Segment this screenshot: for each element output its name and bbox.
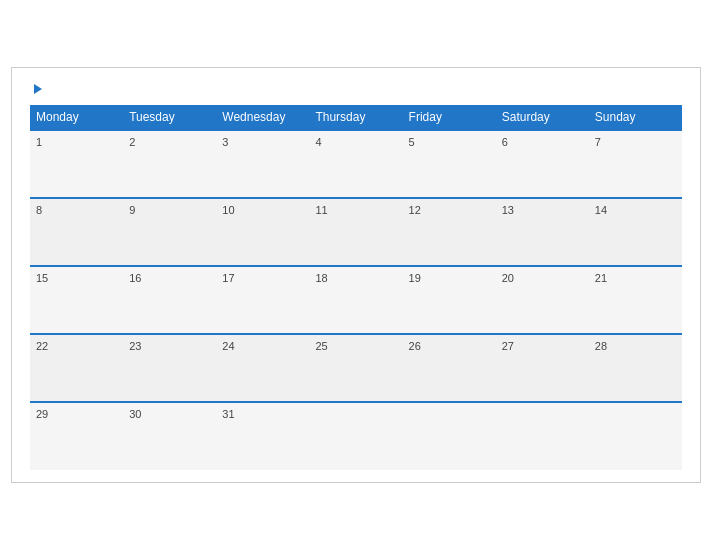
calendar-header (30, 84, 682, 95)
day-number: 5 (409, 136, 415, 148)
calendar-body: 1234567891011121314151617181920212223242… (30, 130, 682, 470)
calendar-day-cell: 16 (123, 266, 216, 334)
calendar-day-cell: 2 (123, 130, 216, 198)
calendar-header-row: MondayTuesdayWednesdayThursdayFridaySatu… (30, 105, 682, 130)
calendar-day-cell: 24 (216, 334, 309, 402)
day-number: 10 (222, 204, 234, 216)
calendar-day-cell: 29 (30, 402, 123, 470)
day-number: 14 (595, 204, 607, 216)
day-number: 7 (595, 136, 601, 148)
calendar-day-cell: 23 (123, 334, 216, 402)
day-number: 26 (409, 340, 421, 352)
weekday-header-thursday: Thursday (309, 105, 402, 130)
day-number: 13 (502, 204, 514, 216)
calendar-day-cell: 9 (123, 198, 216, 266)
calendar-container: MondayTuesdayWednesdayThursdayFridaySatu… (11, 67, 701, 483)
day-number: 11 (315, 204, 327, 216)
calendar-day-cell (589, 402, 682, 470)
day-number: 18 (315, 272, 327, 284)
calendar-day-cell (496, 402, 589, 470)
calendar-day-cell: 12 (403, 198, 496, 266)
weekday-header-sunday: Sunday (589, 105, 682, 130)
weekday-header-row: MondayTuesdayWednesdayThursdayFridaySatu… (30, 105, 682, 130)
day-number: 22 (36, 340, 48, 352)
day-number: 12 (409, 204, 421, 216)
logo-blue-row (30, 84, 42, 95)
calendar-day-cell: 7 (589, 130, 682, 198)
day-number: 24 (222, 340, 234, 352)
calendar-day-cell: 26 (403, 334, 496, 402)
day-number: 19 (409, 272, 421, 284)
calendar-day-cell: 3 (216, 130, 309, 198)
day-number: 29 (36, 408, 48, 420)
day-number: 3 (222, 136, 228, 148)
weekday-header-friday: Friday (403, 105, 496, 130)
weekday-header-tuesday: Tuesday (123, 105, 216, 130)
day-number: 15 (36, 272, 48, 284)
calendar-day-cell: 14 (589, 198, 682, 266)
calendar-day-cell (309, 402, 402, 470)
calendar-day-cell: 21 (589, 266, 682, 334)
calendar-day-cell: 30 (123, 402, 216, 470)
calendar-grid: MondayTuesdayWednesdayThursdayFridaySatu… (30, 105, 682, 470)
day-number: 20 (502, 272, 514, 284)
day-number: 23 (129, 340, 141, 352)
day-number: 28 (595, 340, 607, 352)
weekday-header-monday: Monday (30, 105, 123, 130)
calendar-day-cell: 18 (309, 266, 402, 334)
calendar-day-cell: 17 (216, 266, 309, 334)
calendar-week-row: 293031 (30, 402, 682, 470)
calendar-week-row: 15161718192021 (30, 266, 682, 334)
calendar-day-cell: 15 (30, 266, 123, 334)
calendar-day-cell: 19 (403, 266, 496, 334)
day-number: 27 (502, 340, 514, 352)
calendar-day-cell: 4 (309, 130, 402, 198)
calendar-day-cell: 25 (309, 334, 402, 402)
weekday-header-saturday: Saturday (496, 105, 589, 130)
day-number: 17 (222, 272, 234, 284)
calendar-day-cell: 5 (403, 130, 496, 198)
day-number: 25 (315, 340, 327, 352)
day-number: 6 (502, 136, 508, 148)
calendar-day-cell: 6 (496, 130, 589, 198)
calendar-week-row: 891011121314 (30, 198, 682, 266)
calendar-day-cell: 31 (216, 402, 309, 470)
day-number: 4 (315, 136, 321, 148)
day-number: 2 (129, 136, 135, 148)
calendar-day-cell: 10 (216, 198, 309, 266)
day-number: 9 (129, 204, 135, 216)
day-number: 30 (129, 408, 141, 420)
logo-triangle-icon (34, 84, 42, 94)
calendar-day-cell: 22 (30, 334, 123, 402)
calendar-day-cell: 20 (496, 266, 589, 334)
calendar-day-cell: 1 (30, 130, 123, 198)
day-number: 16 (129, 272, 141, 284)
calendar-day-cell: 28 (589, 334, 682, 402)
calendar-day-cell: 27 (496, 334, 589, 402)
calendar-day-cell (403, 402, 496, 470)
calendar-day-cell: 13 (496, 198, 589, 266)
day-number: 1 (36, 136, 42, 148)
calendar-week-row: 1234567 (30, 130, 682, 198)
calendar-week-row: 22232425262728 (30, 334, 682, 402)
day-number: 21 (595, 272, 607, 284)
calendar-day-cell: 8 (30, 198, 123, 266)
weekday-header-wednesday: Wednesday (216, 105, 309, 130)
day-number: 31 (222, 408, 234, 420)
calendar-day-cell: 11 (309, 198, 402, 266)
logo-area (30, 84, 42, 95)
day-number: 8 (36, 204, 42, 216)
